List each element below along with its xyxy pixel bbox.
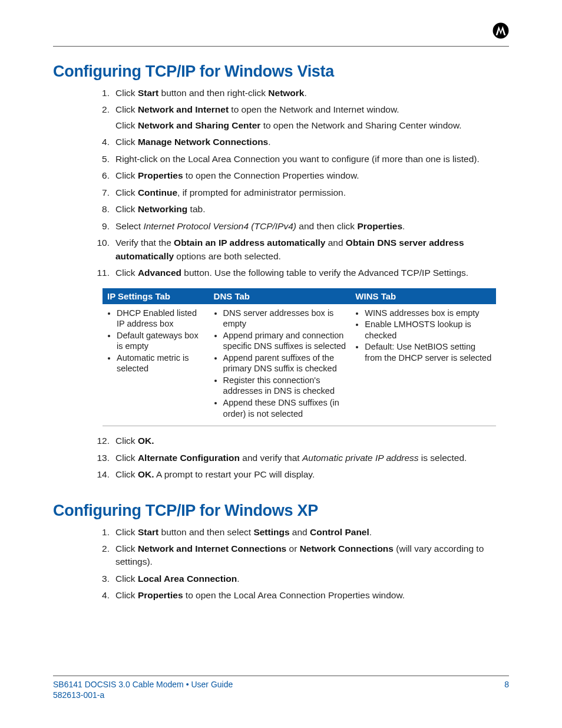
- th-dns: DNS Tab: [209, 288, 351, 304]
- table-bullet: Append these DNS suffixes (in order) is …: [223, 397, 348, 419]
- page-footer: SB6141 DOCSIS 3.0 Cable Modem • User Gui…: [53, 676, 509, 700]
- ip-settings-list: DHCP Enabled listed IP address boxDefaul…: [106, 308, 206, 374]
- page-content: Configuring TCP/IP for Windows Vista 1.C…: [53, 62, 509, 602]
- table-bullet: WINS addresses box is empty: [365, 308, 492, 319]
- step-number: 3.: [94, 572, 110, 585]
- step-item: 2.Click Network and Internet to open the…: [112, 103, 509, 132]
- step-item: 9.Select Internet Protocol Version4 (TCP…: [112, 220, 509, 233]
- table-bullet: Automatic metric is selected: [117, 353, 206, 374]
- step-number: 8.: [94, 203, 110, 216]
- document-page: Configuring TCP/IP for Windows Vista 1.C…: [0, 0, 562, 728]
- table-bullet: Append primary and connection specific D…: [223, 330, 348, 352]
- step-number: 14.: [94, 468, 110, 481]
- step-item: 2.Click Network and Internet Connections…: [112, 542, 509, 569]
- step-item: 10.Verify that the Obtain an IP address …: [112, 236, 509, 263]
- step-number: 4.: [94, 589, 110, 602]
- step-item: 14.Click OK. A prompt to restart your PC…: [112, 468, 509, 481]
- step-item: 5.Right-click on the Local Area Connecti…: [112, 153, 509, 166]
- svg-point-0: [493, 23, 509, 39]
- step-number: 9.: [94, 220, 110, 233]
- step-number: 1.: [94, 87, 110, 100]
- footer-doc-number: 582613-001-a: [53, 690, 509, 700]
- advanced-tcpip-table: IP Settings Tab DNS Tab WINS Tab DHCP En…: [103, 288, 496, 426]
- step-number: 2.: [94, 542, 110, 555]
- step-item: 3.Click Local Area Connection.: [112, 572, 509, 585]
- step-item: 13.Click Alternate Configuration and ver…: [112, 452, 509, 465]
- step-number: 13.: [94, 452, 110, 465]
- step-item: 7.Click Continue, if prompted for admini…: [112, 186, 509, 199]
- wins-list: WINS addresses box is emptyEnable LMHOST…: [354, 308, 492, 364]
- table-bullet: Default gateways box is empty: [117, 330, 206, 352]
- step-number: 4.: [94, 136, 110, 149]
- step-number: 7.: [94, 186, 110, 199]
- step-item: 12.Click OK.: [112, 434, 509, 447]
- step-item: 4.Click Manage Network Connections.: [112, 136, 509, 149]
- step-item: 4.Click Properties to open the Local Are…: [112, 589, 509, 602]
- step-number: 6.: [94, 169, 110, 182]
- th-ip-settings: IP Settings Tab: [103, 288, 209, 304]
- footer-title: SB6141 DOCSIS 3.0 Cable Modem • User Gui…: [53, 680, 233, 689]
- step-number: 12.: [94, 434, 110, 447]
- footer-page-number: 8: [504, 680, 509, 689]
- step-item: 6.Click Properties to open the Connectio…: [112, 169, 509, 182]
- section-heading-xp: Configuring TCP/IP for Windows XP: [53, 502, 509, 520]
- table-row: DHCP Enabled listed IP address boxDefaul…: [103, 304, 496, 426]
- vista-steps-list-a: 1.Click Start button and then right-clic…: [53, 87, 509, 280]
- table-header-row: IP Settings Tab DNS Tab WINS Tab: [103, 288, 496, 304]
- step-number: 2.: [94, 103, 110, 116]
- th-wins: WINS Tab: [351, 288, 496, 304]
- step-number: 1.: [94, 526, 110, 539]
- step-item: 11.Click Advanced button. Use the follow…: [112, 266, 509, 279]
- section-heading-vista: Configuring TCP/IP for Windows Vista: [53, 62, 509, 81]
- dns-list: DNS server addresses box is emptyAppend …: [213, 308, 348, 419]
- motorola-logo-icon: [492, 22, 509, 39]
- step-number: 10.: [94, 236, 110, 249]
- header-rule: [53, 46, 509, 47]
- table-bullet: Default: Use NetBIOS setting from the DH…: [365, 341, 492, 363]
- advanced-tcpip-table-wrap: IP Settings Tab DNS Tab WINS Tab DHCP En…: [103, 288, 496, 426]
- step-item: 8.Click Networking tab.: [112, 203, 509, 216]
- table-bullet: Register this connection's addresses in …: [223, 375, 348, 397]
- table-bullet: DNS server addresses box is empty: [223, 308, 348, 330]
- step-item: 1.Click Start button and then select Set…: [112, 526, 509, 539]
- step-number: 5.: [94, 153, 110, 166]
- step-number: 11.: [94, 266, 110, 279]
- xp-steps-list: 1.Click Start button and then select Set…: [53, 526, 509, 602]
- step-subtext: Click Network and Sharing Center to open…: [115, 119, 509, 132]
- table-bullet: Enable LMHOSTS lookup is checked: [365, 319, 492, 341]
- step-item: 1.Click Start button and then right-clic…: [112, 87, 509, 100]
- vista-steps-list-b: 12.Click OK.13.Click Alternate Configura…: [53, 434, 509, 481]
- table-bullet: DHCP Enabled listed IP address box: [117, 308, 206, 330]
- table-bullet: Append parent suffixes of the primary DN…: [223, 353, 348, 374]
